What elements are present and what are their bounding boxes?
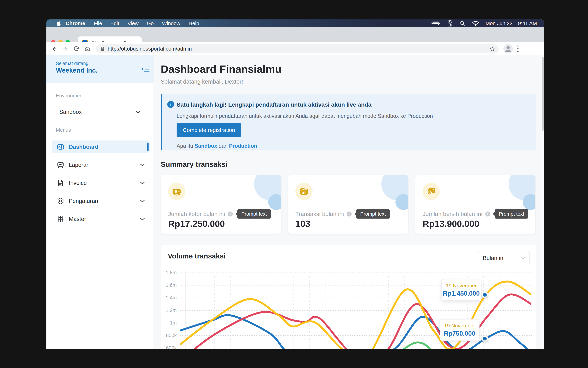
scrollbar-track[interactable] (541, 55, 544, 349)
dashboard-icon (57, 143, 64, 151)
battery-icon[interactable] (432, 21, 440, 26)
scrollbar-thumb[interactable] (542, 57, 544, 131)
info-icon[interactable]: i (347, 212, 352, 217)
tooltip-value: Rp1.450.000 (443, 290, 480, 297)
address-bar: http://ottobusinessportal.com/admin (46, 42, 544, 56)
banner-accent-bar (161, 94, 162, 150)
invoice-icon (57, 179, 64, 187)
prompt-tooltip: Prompt text (495, 209, 528, 219)
macos-menubar: Chrome FileEditViewGoWindowHelp Mon Jun … (46, 19, 544, 27)
forward-icon[interactable] (62, 46, 68, 52)
summary-card: Transaksi bulan iniiPrompt text103 (288, 175, 408, 234)
summary-card: Jumlah bersih bulan iniiPrompt textRp13.… (415, 175, 535, 234)
chart-tooltip: 19 NovemberRp1.450.000 (441, 279, 481, 301)
menubar-date[interactable]: Mon Jun 22 (486, 20, 513, 26)
screenshot-crop-band (0, 349, 588, 368)
card-label: Jumlah bersih bulan ini (423, 211, 482, 217)
card-value: Rp13.900.000 (423, 219, 479, 229)
chart-point-marker (482, 335, 488, 342)
url-field[interactable]: http://ottobusinessportal.com/admin (96, 44, 499, 53)
page-content: Selamat datang Weekend Inc. Environment … (46, 55, 544, 349)
prompt-tooltip: Prompt text (356, 209, 390, 219)
prompt-tooltip: Prompt text (237, 209, 271, 219)
menubar-item-edit[interactable]: Edit (106, 20, 123, 26)
chart-point-marker (482, 292, 488, 298)
chevron-down-icon (140, 164, 145, 166)
sidebar-item-label: Master (69, 216, 86, 222)
lock-icon (100, 46, 105, 51)
decor-circle-small (395, 194, 408, 210)
environment-value: Sandbox (59, 109, 82, 115)
sidebar: Selamat datang Weekend Inc. Environment … (46, 55, 154, 349)
sidebar-collapse-icon[interactable] (141, 65, 150, 73)
chevron-down-icon (136, 110, 140, 113)
growth-icon (295, 183, 313, 200)
control-center-icon[interactable] (447, 20, 453, 27)
volume-chart-card: Volume transaksi Bulan ini 1.8m1.6m1.4m1… (161, 245, 536, 349)
page-subtitle: Selamat datang kembali, Dexter! (161, 78, 243, 85)
browser-window: Chrome FileEditViewGoWindowHelp Mon Jun … (46, 19, 544, 349)
sidebar-item-pengaturan[interactable]: Pengaturan (52, 195, 150, 207)
desktop: Chrome FileEditViewGoWindowHelp Mon Jun … (0, 0, 588, 368)
sidebar-item-label: Invoice (69, 180, 87, 186)
menubar-item-file[interactable]: File (90, 20, 106, 26)
menubar-status-area: Mon Jun 22 9:41 AM (432, 20, 544, 27)
wifi-icon[interactable] (472, 21, 479, 26)
menubar-left: Chrome FileEditViewGoWindowHelp (46, 20, 203, 27)
sidebar-item-dashboard[interactable]: Dashboard (52, 140, 150, 153)
coin-check-icon (423, 183, 440, 200)
sidebar-header: Selamat datang Weekend Inc. (46, 55, 154, 83)
info-icon[interactable]: i (228, 212, 233, 217)
card-label: Transaksi bulan ini (295, 211, 344, 217)
home-icon[interactable] (84, 46, 90, 52)
main-area: Dashboard Finansialmu Selamat datang kem… (154, 55, 544, 349)
page-title: Dashboard Finansialmu (161, 63, 282, 75)
menubar-time[interactable]: 9:41 AM (518, 20, 537, 26)
sidebar-item-laporan[interactable]: Laporan (52, 158, 150, 171)
sidebar-company-name: Weekend Inc. (56, 67, 98, 74)
card-label: Jumlah kotor bulan ini (168, 211, 225, 217)
banner-footer: Apa itu Sandbox dan Production (177, 143, 257, 149)
card-value: 103 (295, 219, 310, 229)
menubar-app-name[interactable]: Chrome (61, 20, 90, 26)
complete-registration-button[interactable]: Complete registration (177, 123, 241, 137)
active-indicator (147, 143, 149, 151)
back-icon[interactable] (51, 46, 57, 52)
chevron-down-icon (140, 200, 145, 202)
chevron-down-icon (140, 182, 145, 184)
menubar-item-go[interactable]: Go (143, 20, 158, 26)
chevron-down-icon (140, 218, 145, 221)
tooltip-date: 19 November (446, 283, 477, 289)
sidebar-item-label: Pengaturan (69, 198, 98, 204)
summary-heading: Summary transaksi (161, 160, 227, 168)
banner-footer-prefix: Apa itu (177, 143, 195, 149)
tooltip-value: Rp750.000 (444, 330, 475, 337)
money-icon (168, 183, 185, 200)
info-icon[interactable]: i (485, 212, 490, 217)
environment-select[interactable]: Sandbox (59, 109, 145, 115)
sidebar-welcome-label: Selamat datang (56, 61, 88, 66)
spotlight-icon[interactable] (460, 20, 466, 27)
bookmark-star-icon[interactable] (489, 46, 495, 52)
menubar-item-help[interactable]: Help (184, 20, 203, 26)
banner-body: Lengkapi formulir pendaftaran untuk akti… (177, 113, 433, 119)
menubar-item-view[interactable]: View (123, 20, 143, 26)
pengaturan-icon (57, 197, 64, 205)
apple-icon[interactable] (56, 20, 61, 27)
browser-menu-icon[interactable] (517, 46, 518, 52)
browser-profile-avatar[interactable] (503, 44, 513, 54)
sidebar-item-master[interactable]: Master (52, 213, 150, 225)
sidebar-item-invoice[interactable]: Invoice (52, 177, 150, 189)
banner-footer-mid: dan (217, 143, 229, 149)
production-link[interactable]: Production (229, 143, 257, 149)
reload-icon[interactable] (73, 46, 80, 52)
menubar-item-window[interactable]: Window (158, 20, 184, 26)
sandbox-link[interactable]: Sandbox (195, 143, 217, 149)
menubar-items: FileEditViewGoWindowHelp (90, 20, 203, 26)
registration-banner: i Satu langkah lagi! Lengkapi pendaftara… (161, 94, 536, 150)
environment-label: Environment (56, 93, 84, 99)
menus-label: Menus (56, 127, 71, 133)
laporan-icon (57, 161, 64, 169)
info-icon: i (167, 101, 174, 108)
sidebar-item-label: Laporan (69, 162, 90, 168)
